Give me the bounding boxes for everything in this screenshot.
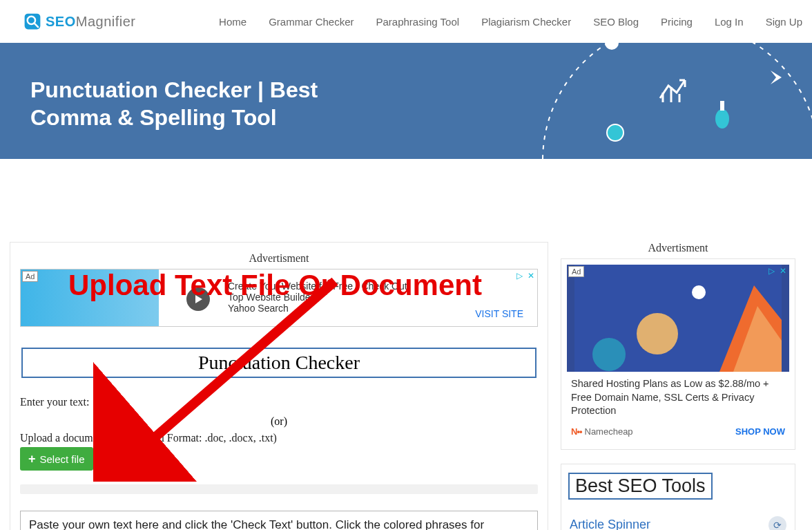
- svg-marker-13: [771, 70, 782, 84]
- spinner-icon: ⟳: [768, 516, 786, 530]
- ad-cta-link[interactable]: SHOP NOW: [735, 426, 785, 437]
- ad-brand: N••Namecheap: [571, 426, 633, 437]
- nav-seo-blog[interactable]: SEO Blog: [593, 16, 639, 28]
- nav-pricing[interactable]: Pricing: [661, 16, 693, 28]
- ad-tag-badge: Ad: [22, 271, 38, 282]
- plus-icon: +: [28, 453, 36, 465]
- top-navigation: SEOMagnifier Home Grammar Checker Paraph…: [0, 0, 812, 43]
- nav-grammar-checker[interactable]: Grammar Checker: [269, 16, 354, 28]
- tools-box-title: Best SEO Tools: [568, 473, 713, 500]
- enter-text-label: Enter your text:: [20, 396, 538, 408]
- magnifier-icon: [23, 12, 41, 30]
- upload-document-label: Upload a document: ( Supported Format: .…: [20, 432, 538, 444]
- ad-visit-link[interactable]: VISIT SITE: [475, 308, 523, 319]
- select-file-label: Select file: [40, 453, 85, 465]
- hero-banner: Punctuation Checker | Best Comma & Spell…: [0, 43, 812, 159]
- tool-heading: Punctuation Checker: [21, 348, 536, 378]
- svg-point-19: [637, 313, 678, 354]
- or-separator: (or): [20, 415, 538, 428]
- best-seo-tools-box: Best SEO Tools Article Spinner ⟳ Online …: [561, 464, 795, 530]
- logo-text: SEOMagnifier: [46, 14, 136, 30]
- svg-point-11: [715, 109, 729, 129]
- nav-signup[interactable]: Sign Up: [766, 16, 802, 28]
- nav-home[interactable]: Home: [219, 16, 246, 28]
- svg-point-4: [605, 43, 619, 50]
- sidebar-ad[interactable]: Ad ▷ ✕ Shared Hosting Plans as Low as $2…: [561, 258, 795, 450]
- hero-decorative-graphic: [522, 43, 812, 159]
- page-title: Punctuation Checker | Best Comma & Spell…: [30, 76, 389, 131]
- nav-paraphrasing-tool[interactable]: Paraphrasing Tool: [376, 16, 459, 28]
- svg-point-3: [543, 43, 812, 159]
- select-file-button[interactable]: + Select file: [20, 447, 93, 471]
- progress-placeholder: [20, 484, 538, 494]
- adchoices-icon[interactable]: ▷ ✕: [768, 266, 788, 276]
- link-article-spinner[interactable]: Article Spinner: [570, 518, 650, 530]
- instruction-overlay-text: Upload Text File Or Document: [68, 269, 548, 302]
- tool-link-row: Article Spinner ⟳: [568, 508, 788, 530]
- ad-tag-badge: Ad: [568, 266, 584, 277]
- svg-point-20: [592, 338, 626, 371]
- ad-label: Advertisment: [20, 252, 538, 265]
- sidebar-ad-image: Ad ▷ ✕: [567, 265, 789, 372]
- svg-point-5: [607, 124, 624, 141]
- sidebar-ad-label: Advertisment: [561, 242, 795, 254]
- main-panel: Advertisment Ad ▷ ✕ Create Your Website …: [10, 242, 548, 530]
- nav-plagiarism-checker[interactable]: Plagiarism Checker: [481, 16, 571, 28]
- main-nav: Home Grammar Checker Paraphrasing Tool P…: [219, 16, 802, 28]
- svg-rect-12: [720, 101, 724, 111]
- nav-login[interactable]: Log In: [715, 16, 744, 28]
- sidebar-ad-text: Shared Hosting Plans as Low as $2.88/mo …: [567, 372, 789, 421]
- sidebar: Advertisment Ad ▷ ✕ Shared Hosting Plans…: [561, 242, 795, 530]
- site-logo[interactable]: SEOMagnifier: [23, 12, 136, 30]
- svg-point-21: [692, 285, 706, 299]
- text-input-area[interactable]: Paste your own text here and click the '…: [20, 511, 538, 530]
